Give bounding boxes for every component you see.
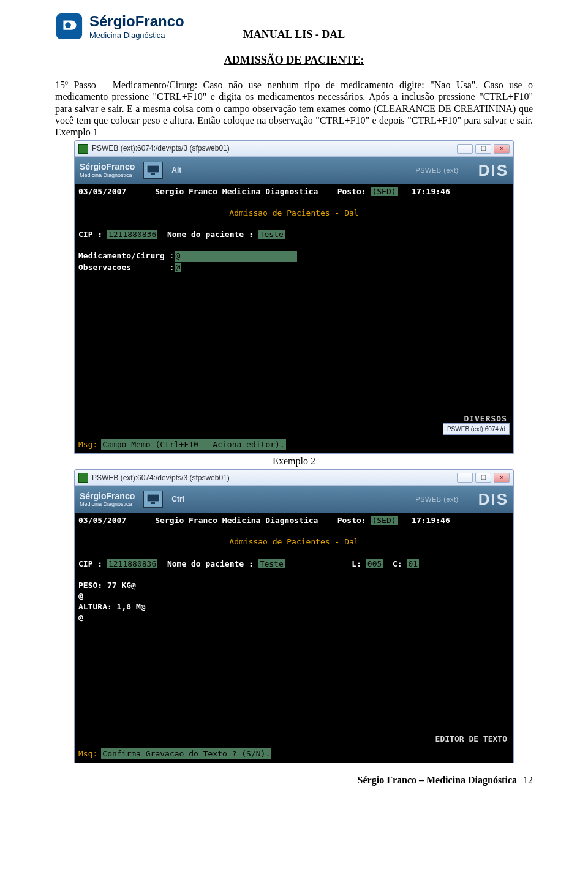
term2-msg-label: Msg: [78,748,97,759]
brand-text: SérgioFranco Medicina Diagnóstica [89,13,184,40]
term2-l-label: L: [352,559,361,568]
monitor-icon [143,491,163,508]
term2-editor-line1[interactable]: PESO: 77 KG@ [78,580,510,591]
term1-posto-value: (SED) [371,187,397,196]
svg-rect-4 [147,494,159,502]
term2-editor-line3[interactable]: ALTURA: 1,8 M@ [78,601,510,612]
menubar-psweb-label: PSWEB (ext) [415,495,458,503]
menubar-brand: SérgioFranco Medicina Diagnóstica [80,162,135,179]
term2-time: 17:19:46 [412,516,450,525]
term1-posto-label: Posto: [337,187,366,196]
svg-rect-5 [151,502,155,504]
instruction-paragraph: 15º Passo – Medicamento/Cirurg: Caso não… [55,79,533,138]
term2-l-value: 005 [366,559,383,568]
term2-posto-label: Posto: [337,516,366,525]
footer-text: Sérgio Franco – Medicina Diagnóstica [358,775,517,785]
svg-rect-2 [147,165,159,173]
window-titlebar[interactable]: PSWEB (ext):6074:/dev/pts/3 (sfpsweb01) … [75,141,513,157]
section-title: ADMISSÃO DE PACIENTE: [55,54,533,67]
menubar-psweb-label: PSWEB (ext) [415,167,458,175]
window-maximize-button[interactable]: ☐ [475,144,491,154]
term1-msg-label: Msg: [78,439,97,450]
term1-field1-input[interactable]: @ [175,251,297,262]
term1-cip-value: 1211880836 [107,230,157,239]
example2-caption: Exemplo 2 [55,455,533,467]
menu-ctrl[interactable]: Ctrl [172,495,184,503]
term1-field1-label: Medicamento/Cirurg [78,251,165,260]
menubar-dis-label: DIS [478,161,508,180]
term2-nome-value: Teste [258,559,285,568]
window-minimize-button[interactable]: — [457,144,473,154]
window-minimize-button[interactable]: — [457,473,473,483]
term1-field2-label: Observacoes [78,263,131,272]
brand-subtitle: Medicina Diagnóstica [89,31,184,40]
terminal-window-1: PSWEB (ext):6074:/dev/pts/3 (sfpsweb01) … [74,140,514,454]
window-maximize-button[interactable]: ☐ [475,473,491,483]
term2-date: 03/05/2007 [78,516,126,525]
psweb-popup-tag: PSWEB (ext):6074:/d [443,423,510,435]
term2-cip-value: 1211880836 [107,559,157,568]
term2-editor-label: EDITOR DE TEXTO [435,734,507,745]
menu-alt[interactable]: Alt [172,166,181,175]
term1-msg-text: Campo Memo (Ctrl+F10 - Aciona editor). [101,439,285,450]
term2-company: Sergio Franco Medicina Diagnostica [155,516,318,525]
window-title-2: PSWEB (ext):6074:/dev/pts/3 (sfpsweb01) [92,473,457,482]
term1-time: 17:19:46 [412,187,450,196]
svg-rect-3 [151,173,155,175]
window-close-button[interactable]: ✕ [494,473,510,483]
app-menubar: SérgioFranco Medicina Diagnóstica Alt PS… [75,157,513,184]
window-close-button[interactable]: ✕ [494,144,510,154]
menubar-brand: SérgioFranco Medicina Diagnóstica [80,491,135,508]
term1-screen-title: Admissao de Pacientes - Dal [78,208,510,219]
window-titlebar-2[interactable]: PSWEB (ext):6074:/dev/pts/3 (sfpsweb01) … [75,470,513,486]
term2-cip-label: CIP : [78,559,102,568]
term1-diversos-label: DIVERSOS [464,413,507,424]
term2-editor-line2[interactable]: @ [78,590,510,601]
terminal-content-2: 03/05/2007 Sergio Franco Medicina Diagno… [75,513,513,763]
footer-page-number: 12 [523,775,533,785]
term2-c-label: C: [393,559,402,568]
brand-name: SérgioFranco [89,13,184,31]
monitor-icon [143,162,163,179]
term2-nome-label: Nome do paciente : [167,559,254,568]
window-title: PSWEB (ext):6074:/dev/pts/3 (sfpsweb01) [92,144,457,153]
terminal-content-1: 03/05/2007 Sergio Franco Medicina Diagno… [75,184,513,453]
brand-logo-icon [55,12,83,40]
term1-date: 03/05/2007 [78,187,126,196]
term1-company: Sergio Franco Medicina Diagnostica [155,187,318,196]
term2-posto-value: (SED) [371,516,397,525]
term1-field2-input[interactable]: @ [175,263,182,272]
app-menubar-2: SérgioFranco Medicina Diagnóstica Ctrl P… [75,486,513,513]
terminal-window-2: PSWEB (ext):6074:/dev/pts/3 (sfpsweb01) … [74,469,514,763]
menubar-dis-label: DIS [478,490,508,509]
svg-point-1 [65,22,71,28]
page-footer: Sérgio Franco – Medicina Diagnóstica 12 [55,774,533,786]
term1-cip-label: CIP : [78,230,102,239]
window-app-icon [78,473,88,483]
term1-nome-label: Nome do paciente : [167,230,254,239]
term2-editor-line4[interactable]: @ [78,612,510,623]
window-app-icon [78,144,88,154]
term2-screen-title: Admissao de Pacientes - Dal [78,537,510,548]
term1-nome-value: Teste [258,230,285,239]
term2-msg-text: Confirma Gravacao do Texto ? (S/N). [101,748,271,759]
term2-c-value: 01 [407,559,419,568]
